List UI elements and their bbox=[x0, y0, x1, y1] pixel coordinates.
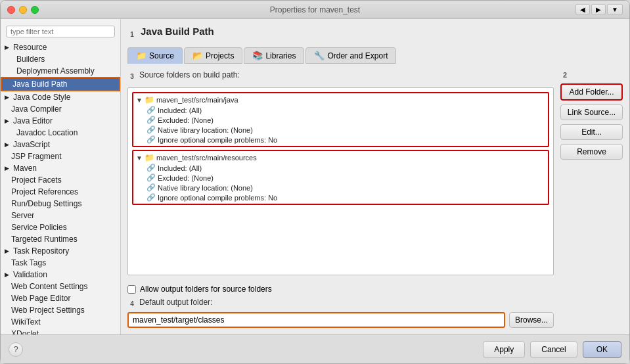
link-source-button[interactable]: Link Source... bbox=[560, 104, 623, 120]
tree-item: 🔗 Excluded: (None) bbox=[145, 115, 547, 125]
tree-container: ▼ 📁 maven_test/src/main/java 🔗 Included:… bbox=[127, 87, 554, 275]
add-folder-button[interactable]: Add Folder... bbox=[560, 83, 623, 101]
edit-button[interactable]: Edit... bbox=[560, 124, 623, 140]
menu-button[interactable]: ▼ bbox=[607, 4, 623, 15]
order-tab-icon: 🔧 bbox=[314, 51, 325, 60]
sidebar-item-web-content[interactable]: Web Content Settings bbox=[1, 281, 120, 292]
sidebar-label: Task Repository bbox=[13, 246, 69, 256]
bottom-section: Allow output folders for source folders … bbox=[127, 284, 554, 328]
footer: ? Apply Cancel OK bbox=[1, 334, 629, 363]
sidebar-label: Java Editor bbox=[13, 116, 53, 125]
remove-button[interactable]: Remove bbox=[560, 144, 623, 160]
number-badge-4: 4 bbox=[127, 299, 137, 308]
forward-button[interactable]: ▶ bbox=[591, 4, 606, 15]
tab-order-export[interactable]: 🔧 Order and Export bbox=[305, 47, 396, 64]
right-panel: 2 Add Folder... Link Source... Edit... R… bbox=[560, 70, 623, 328]
sidebar-label: Deployment Assembly bbox=[16, 66, 95, 76]
tab-label: Libraries bbox=[265, 51, 296, 60]
tree-indent-2: 🔗 Included: (All) 🔗 Excluded: (None) 🔗 bbox=[135, 163, 547, 202]
allow-output-checkbox[interactable] bbox=[127, 285, 136, 294]
sidebar-item-deployment-assembly[interactable]: Deployment Assembly bbox=[1, 65, 120, 77]
sidebar-item-service-policies[interactable]: Service Policies bbox=[1, 221, 120, 233]
tree-item-label: Native library location: (None) bbox=[158, 126, 253, 134]
sidebar-label: Resource bbox=[13, 43, 47, 52]
tab-libraries[interactable]: 📚 Libraries bbox=[244, 47, 304, 64]
sidebar-label: Java Code Style bbox=[13, 93, 70, 102]
arrow-icon: ▶ bbox=[5, 271, 9, 278]
tree-item-label: Excluded: (None) bbox=[158, 174, 214, 182]
tree-item-label: Included: (All) bbox=[158, 164, 202, 172]
sidebar-item-java-code-style[interactable]: ▶ Java Code Style bbox=[1, 91, 120, 103]
ok-button[interactable]: OK bbox=[583, 341, 621, 358]
tree-item-label: Ignore optional compile problems: No bbox=[158, 194, 277, 202]
sidebar-item-javadoc[interactable]: Javadoc Location bbox=[1, 127, 120, 139]
sidebar-label: Targeted Runtimes bbox=[11, 235, 78, 244]
tab-source[interactable]: 📁 Source bbox=[127, 47, 183, 64]
sidebar-item-targeted-runtimes[interactable]: Targeted Runtimes bbox=[1, 233, 120, 245]
sidebar-search[interactable] bbox=[6, 26, 115, 37]
tree-item-label: Excluded: (None) bbox=[158, 116, 214, 124]
sidebar-item-jsp-fragment[interactable]: JSP Fragment bbox=[1, 150, 120, 162]
checkbox-label: Allow output folders for source folders bbox=[140, 284, 272, 294]
nav-arrows: ◀ ▶ ▼ bbox=[575, 4, 623, 15]
sidebar-item-java-editor[interactable]: ▶ Java Editor bbox=[1, 115, 120, 127]
main-window: Properties for maven_test ◀ ▶ ▼ ▶ Resour… bbox=[0, 0, 630, 364]
item-icon: 🔗 bbox=[146, 164, 156, 172]
number-badge-1: 1 bbox=[127, 30, 137, 39]
sidebar-item-resource[interactable]: ▶ Resource bbox=[1, 41, 120, 53]
sidebar-item-task-repository[interactable]: ▶ Task Repository bbox=[1, 245, 120, 257]
sidebar-item-xdoclet[interactable]: XDoclet bbox=[1, 328, 120, 334]
sidebar-item-java-compiler[interactable]: Java Compiler bbox=[1, 103, 120, 115]
tree-item: 🔗 Ignore optional compile problems: No bbox=[145, 135, 547, 145]
arrow-icon: ▶ bbox=[5, 44, 9, 51]
item-icon: 🔗 bbox=[146, 135, 156, 144]
sidebar-item-validation[interactable]: ▶ Validation bbox=[1, 269, 120, 281]
tab-label: Order and Export bbox=[327, 51, 388, 60]
sidebar-item-project-facets[interactable]: Project Facets bbox=[1, 174, 120, 186]
sidebar-item-builders[interactable]: Builders bbox=[1, 53, 120, 65]
apply-button[interactable]: Apply bbox=[483, 341, 525, 358]
back-button[interactable]: ◀ bbox=[575, 4, 590, 15]
main-content: 1 Java Build Path 📁 Source 📂 Projects 📚 … bbox=[121, 19, 629, 334]
tree-item: 🔗 Ignore optional compile problems: No bbox=[145, 193, 547, 202]
sidebar-item-run-debug[interactable]: Run/Debug Settings bbox=[1, 198, 120, 210]
sidebar-label: Service Policies bbox=[11, 223, 67, 232]
tab-bar: 📁 Source 📂 Projects 📚 Libraries 🔧 Order … bbox=[127, 47, 623, 64]
sidebar-item-task-tags[interactable]: Task Tags bbox=[1, 257, 120, 269]
tree-item: 🔗 Included: (All) bbox=[145, 105, 547, 115]
sidebar-item-web-project[interactable]: Web Project Settings bbox=[1, 304, 120, 316]
cancel-button[interactable]: Cancel bbox=[530, 341, 577, 358]
tree-folder-2[interactable]: ▼ 📁 maven_test/src/main/resources bbox=[135, 152, 547, 163]
help-button[interactable]: ? bbox=[9, 342, 23, 357]
sidebar-item-server[interactable]: Server bbox=[1, 210, 120, 221]
sidebar-item-maven[interactable]: ▶ Maven bbox=[1, 162, 120, 174]
tree-item: 🔗 Excluded: (None) bbox=[145, 173, 547, 183]
sidebar: ▶ Resource Builders Deployment Assembly … bbox=[1, 19, 121, 334]
tree-folder-1[interactable]: ▼ 📁 maven_test/src/main/java bbox=[135, 95, 547, 105]
tree-group-1: ▼ 📁 maven_test/src/main/java 🔗 Included:… bbox=[132, 92, 549, 147]
footer-left: ? bbox=[9, 342, 478, 357]
tree-item-label: Included: (All) bbox=[158, 106, 202, 114]
sidebar-label: JavaScript bbox=[13, 140, 50, 149]
item-icon: 🔗 bbox=[146, 125, 156, 134]
minimize-button[interactable] bbox=[19, 6, 27, 14]
sidebar-item-web-page-editor[interactable]: Web Page Editor bbox=[1, 292, 120, 304]
sidebar-item-project-references[interactable]: Project References bbox=[1, 186, 120, 198]
tree-item: 🔗 Included: (All) bbox=[145, 163, 547, 173]
maximize-button[interactable] bbox=[31, 6, 39, 14]
sidebar-label: Maven bbox=[13, 164, 37, 173]
checkbox-row: Allow output folders for source folders bbox=[127, 284, 554, 294]
tab-projects[interactable]: 📂 Projects bbox=[184, 47, 242, 64]
sidebar-label: WikiText bbox=[11, 317, 41, 327]
close-button[interactable] bbox=[7, 6, 15, 14]
sidebar-item-java-build-path[interactable]: Java Build Path bbox=[1, 77, 120, 91]
item-icon: 🔗 bbox=[146, 173, 156, 182]
libraries-tab-icon: 📚 bbox=[252, 51, 263, 60]
item-icon: 🔗 bbox=[146, 193, 156, 202]
sidebar-label: Task Tags bbox=[11, 258, 46, 267]
sidebar-item-javascript[interactable]: ▶ JavaScript bbox=[1, 139, 120, 150]
browse-button[interactable]: Browse... bbox=[509, 312, 554, 328]
source-label: Source folders on build path: bbox=[139, 70, 240, 80]
output-folder-input[interactable] bbox=[127, 312, 505, 328]
sidebar-item-wikitext[interactable]: WikiText bbox=[1, 316, 120, 328]
